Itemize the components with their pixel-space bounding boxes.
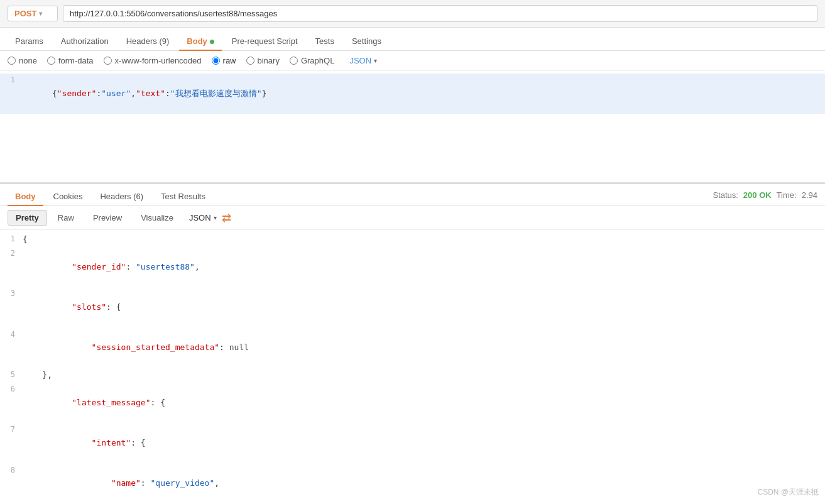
url-bar: POST ▾ — [0, 0, 825, 28]
view-preview-button[interactable]: Preview — [85, 210, 130, 226]
body-options-bar: none form-data x-www-form-urlencoded raw… — [0, 51, 825, 71]
response-line-8: 8 "name": "query_video", — [0, 464, 825, 500]
tab-tests[interactable]: Tests — [308, 33, 342, 51]
watermark: CSDN @天涯未抵 — [757, 487, 819, 498]
response-tabs-bar: Body Cookies Headers (6) Test Results St… — [0, 184, 825, 206]
response-view-bar: Pretty Raw Preview Visualize JSON ▾ ⇄ — [0, 206, 825, 230]
response-line-3: 3 "slots": { — [0, 287, 825, 327]
tab-prerequest[interactable]: Pre-request Script — [224, 33, 305, 51]
response-line-7: 7 "intent": { — [0, 423, 825, 463]
time-value: 2.94 — [802, 190, 817, 200]
tab-body[interactable]: Body — [179, 33, 222, 51]
response-line-4: 4 "session_started_metadata": null — [0, 328, 825, 368]
tab-params[interactable]: Params — [8, 33, 51, 51]
response-tab-cookies[interactable]: Cookies — [46, 188, 90, 206]
response-line-2: 2 "sender_id": "usertest88", — [0, 247, 825, 287]
request-line-1: 1 {"sender":"user","text":"我想看电影速度与激情"} — [0, 74, 825, 114]
view-raw-button[interactable]: Raw — [50, 210, 82, 226]
body-dot-indicator — [210, 40, 214, 44]
option-graphql[interactable]: GraphQL — [290, 56, 334, 65]
view-visualize-button[interactable]: Visualize — [133, 210, 182, 226]
format-label: JSON — [349, 56, 371, 65]
method-selector[interactable]: POST ▾ — [8, 6, 58, 21]
wrap-icon[interactable]: ⇄ — [222, 211, 231, 225]
response-line-5: 5 }, — [0, 368, 825, 383]
request-body-editor[interactable]: 1 {"sender":"user","text":"我想看电影速度与激情"} — [0, 71, 825, 184]
option-none[interactable]: none — [8, 56, 37, 65]
url-input[interactable] — [63, 5, 817, 22]
response-format-label: JSON — [189, 213, 211, 222]
status-label: Status: — [713, 190, 738, 200]
option-binary[interactable]: binary — [246, 56, 280, 65]
option-raw[interactable]: raw — [212, 56, 236, 65]
response-tab-body[interactable]: Body — [8, 188, 43, 206]
format-selector[interactable]: JSON ▾ — [349, 56, 377, 65]
response-format-selector[interactable]: JSON ▾ — [189, 213, 217, 222]
method-label: POST — [14, 9, 36, 18]
format-chevron-icon[interactable]: ▾ — [374, 57, 377, 64]
response-status-bar: Status: 200 OK Time: 2.94 — [713, 190, 817, 204]
response-body[interactable]: 1 { 2 "sender_id": "usertest88", 3 "slot… — [0, 230, 825, 500]
method-chevron-icon: ▾ — [39, 10, 42, 17]
option-formdata[interactable]: form-data — [47, 56, 94, 65]
request-tabs-bar: Params Authorization Headers (9) Body Pr… — [0, 28, 825, 51]
response-tab-headers[interactable]: Headers (6) — [92, 188, 151, 206]
view-pretty-button[interactable]: Pretty — [8, 210, 47, 226]
tab-headers[interactable]: Headers (9) — [119, 33, 177, 51]
tab-authorization[interactable]: Authorization — [53, 33, 116, 51]
response-line-1: 1 { — [0, 233, 825, 247]
response-format-chevron-icon[interactable]: ▾ — [214, 214, 217, 221]
time-label: Time: — [777, 190, 797, 200]
request-code-1: {"sender":"user","text":"我想看电影速度与激情"} — [23, 74, 825, 113]
option-urlencoded[interactable]: x-www-form-urlencoded — [104, 56, 202, 65]
response-line-6: 6 "latest_message": { — [0, 383, 825, 423]
tab-settings[interactable]: Settings — [344, 33, 389, 51]
response-tab-testresults[interactable]: Test Results — [153, 188, 213, 206]
status-code: 200 OK — [743, 190, 772, 200]
line-number-1: 1 — [0, 74, 23, 86]
